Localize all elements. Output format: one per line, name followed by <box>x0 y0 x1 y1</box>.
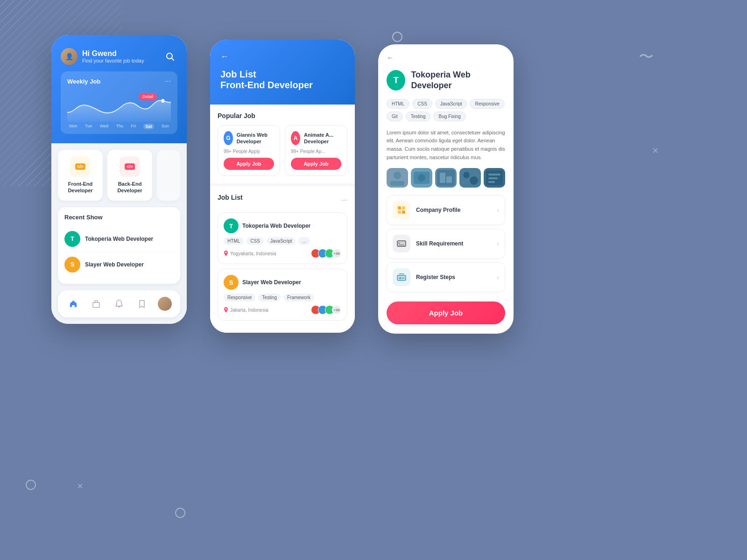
company-name: Tokoperia Web Developer <box>411 70 505 91</box>
company-description: Lorem ipsum dolor sit amet, consectetuer… <box>387 129 505 161</box>
info-register-steps[interactable]: Register Steps › <box>387 262 505 292</box>
apply-btn-giannis[interactable]: Apply Job <box>224 158 274 170</box>
tag-js: JavaScript <box>267 237 296 245</box>
svg-rect-23 <box>402 206 405 210</box>
job-list-header: Job List ··· <box>218 194 347 207</box>
job-list-menu[interactable]: ··· <box>341 196 347 204</box>
apply-btn-animate[interactable]: Apply Job <box>291 158 341 170</box>
phone3-screen: ← T Tokoperia Web Developer HTML CSS Jav… <box>378 44 514 334</box>
info-skill-requirement[interactable]: Skill Requirement › <box>387 229 505 259</box>
skill-html: HTML <box>387 99 409 109</box>
svg-rect-25 <box>402 210 405 214</box>
nav-home[interactable] <box>65 296 81 312</box>
weekly-menu-icon[interactable]: ··· <box>165 77 171 85</box>
weekly-title: Weekly Job <box>67 78 100 85</box>
job-categories: </> Front-EndDeveloper </> Back-EndDevel… <box>58 150 180 201</box>
frontend-card[interactable]: </> Front-EndDeveloper <box>58 150 103 201</box>
popular-job-giannis[interactable]: G Giannis Web Developer 99+ People Apply… <box>218 125 280 176</box>
search-button[interactable] <box>162 49 177 64</box>
recent-item-slayer[interactable]: S Slayer Web Developer <box>64 252 174 277</box>
day-sun: Sun <box>162 124 169 129</box>
day-fri: Fri <box>131 124 136 129</box>
tag-testing: Testing <box>258 294 281 301</box>
nav-bell[interactable] <box>111 296 127 312</box>
svg-rect-26 <box>397 241 406 246</box>
company-header: T Tokoperia Web Developer <box>387 70 505 91</box>
register-steps-label: Register Steps <box>416 274 455 280</box>
skill-git: Git <box>387 112 403 121</box>
skill-bugfixing: Bug Fixing <box>433 112 465 121</box>
svg-line-1 <box>172 58 174 60</box>
photo-3 <box>435 168 457 188</box>
nav-profile[interactable] <box>157 296 173 312</box>
chevron-3: › <box>497 273 499 281</box>
greeting-text: Hi Gwend <box>82 49 144 58</box>
tag-html: HTML <box>224 237 244 245</box>
photo-5 <box>484 168 505 188</box>
svg-rect-21 <box>488 181 495 183</box>
tag-css: CSS <box>247 237 264 245</box>
popular-title: Popular Job <box>218 112 347 119</box>
bg-circle-3 <box>175 508 185 518</box>
skill-responsive: Responsive <box>470 99 504 109</box>
nav-bookmark[interactable] <box>134 296 150 312</box>
svg-rect-13 <box>446 176 452 183</box>
svg-rect-3 <box>93 302 99 308</box>
as-count: +99 <box>332 249 341 258</box>
jli-name-2: Slayer Web Developer <box>242 279 301 286</box>
recent-item-tokoperia[interactable]: T Tokoperia Web Developer <box>64 226 174 252</box>
phone1-screen: 👤 Hi Gwend Find your favorite job today <box>51 35 187 324</box>
popular-jobs: G Giannis Web Developer 99+ People Apply… <box>218 125 347 176</box>
svg-rect-11 <box>437 170 455 186</box>
skill-css: CSS <box>412 99 432 109</box>
back-button-2[interactable]: ← <box>220 52 345 62</box>
photo-1 <box>387 168 408 188</box>
skill-testing: Testing <box>406 112 431 121</box>
day-thu: Thu <box>116 124 124 129</box>
weekly-top: Weekly Job ··· <box>67 77 171 85</box>
giannis-count: 99+ People Apply <box>224 149 274 154</box>
svg-point-2 <box>162 99 165 103</box>
more-card[interactable] <box>157 150 180 201</box>
job-item-tokoperia[interactable]: T Tokoperia Web Developer HTML CSS JavaS… <box>218 212 347 264</box>
detail-badge[interactable]: Detail <box>139 93 157 100</box>
svg-rect-24 <box>398 210 401 214</box>
tag-framework: Framework <box>283 294 314 301</box>
apply-main-button[interactable]: Apply Job <box>387 301 505 324</box>
giannis-top: G Giannis Web Developer <box>224 131 274 145</box>
svg-rect-29 <box>397 275 406 280</box>
svg-point-16 <box>470 176 478 185</box>
svg-point-0 <box>167 53 172 59</box>
svg-point-15 <box>463 172 470 178</box>
skill-requirement-icon <box>393 235 410 252</box>
tokoperia-name: Tokoperia Web Developer <box>85 236 153 242</box>
giannis-name: Giannis Web Developer <box>237 132 274 145</box>
animate-name: Animate A... Developer <box>304 132 341 145</box>
bottom-nav <box>58 290 180 317</box>
skills-row: HTML CSS JavaScript Responsive Git Testi… <box>387 99 505 121</box>
info-company-profile[interactable]: Company Profile › <box>387 195 505 225</box>
location-2: Jakarta, Indonesia <box>224 307 268 313</box>
back-button-3[interactable]: ← <box>387 54 505 62</box>
nav-bag[interactable] <box>88 296 104 312</box>
recent-show: Recent Show T Tokoperia Web Developer S … <box>58 207 180 284</box>
jli-top-2: S Slayer Web Developer <box>224 275 341 290</box>
slayer-avatar: S <box>64 257 80 273</box>
animate-top: A Animate A... Developer <box>291 131 341 145</box>
job-item-slayer[interactable]: S Slayer Web Developer Responsive Testin… <box>218 269 347 321</box>
phone1-header: 👤 Hi Gwend Find your favorite job today <box>51 35 187 143</box>
recent-title: Recent Show <box>64 214 174 221</box>
skill-requirement-label: Skill Requirement <box>416 240 463 247</box>
svg-point-5 <box>394 172 401 179</box>
tags-row-2: Responsive Testing Framework <box>224 294 341 301</box>
avatar-stack-2: +99 <box>311 305 341 315</box>
bg-circle-2 <box>26 480 36 490</box>
svg-rect-14 <box>459 168 481 188</box>
backend-card[interactable]: </> Back-EndDeveloper <box>107 150 152 201</box>
chevron-1: › <box>497 206 499 214</box>
company-profile-icon <box>393 201 410 219</box>
tokoperia-avatar: T <box>64 231 80 247</box>
frontend-label: Front-EndDeveloper <box>63 181 98 194</box>
popular-job-animate[interactable]: A Animate A... Developer 99+ People Ap..… <box>285 125 347 176</box>
jli-avatar-2: S <box>224 275 239 290</box>
